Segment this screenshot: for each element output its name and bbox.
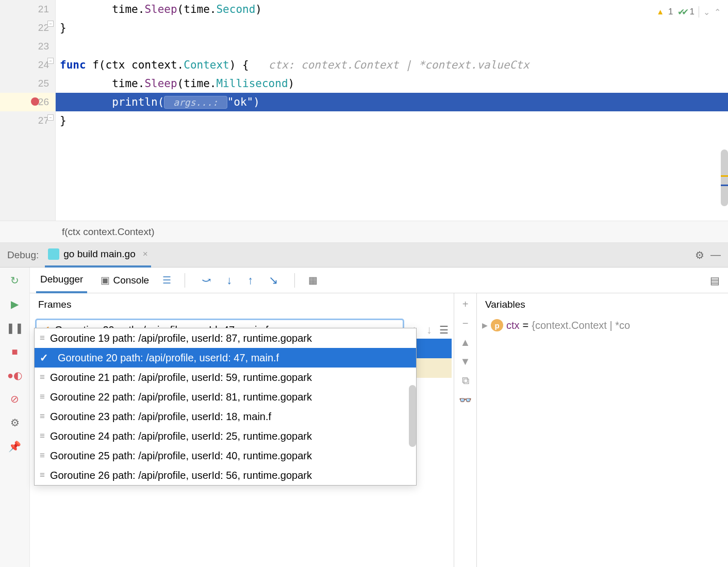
ok-icon[interactable] bbox=[677, 7, 686, 18]
variable-name: ctx bbox=[506, 320, 520, 331]
glasses-icon[interactable]: 👓 bbox=[459, 394, 472, 406]
line-number[interactable]: 21 bbox=[0, 0, 55, 19]
run-to-cursor-icon[interactable]: ↘ bbox=[266, 274, 281, 287]
code-line[interactable] bbox=[56, 37, 728, 56]
pin-icon[interactable]: 📌 bbox=[7, 439, 23, 454]
debug-left-toolbar: ↻ ▶ ❚❚ ■ ●◐ ⊘ ⚙ 📌 bbox=[0, 268, 30, 567]
remove-watch-icon[interactable]: − bbox=[462, 318, 469, 329]
warning-icon[interactable] bbox=[656, 7, 664, 17]
step-out-icon[interactable]: ↑ bbox=[244, 274, 256, 287]
goroutine-label: Goroutine 22 path: /api/profile, userId:… bbox=[50, 391, 312, 403]
line-number[interactable]: 22 bbox=[0, 19, 55, 37]
variables-toolbar: + − ▲ ▼ ⧉ 👓 bbox=[454, 293, 477, 567]
fold-marker-icon[interactable]: − bbox=[47, 114, 54, 121]
close-icon[interactable]: × bbox=[143, 249, 148, 259]
resume-icon[interactable]: ▶ bbox=[7, 296, 23, 312]
line-number[interactable]: 25 bbox=[0, 74, 55, 93]
goroutine-option[interactable]: ≡Goroutine 21 path: /api/profile, userId… bbox=[35, 368, 416, 387]
gutter[interactable]: 21 22 23 24 25 26 27 − − − bbox=[0, 0, 56, 221]
debug-toolwindow-header: Debug: go build main.go × ⚙ — bbox=[0, 243, 728, 268]
variables-panel: Variables ▶ p ctx = {context.Context | *… bbox=[477, 293, 728, 567]
tab-console[interactable]: ▣ Console bbox=[96, 268, 153, 293]
goroutine-label: Goroutine 25 path: /api/profile, userId:… bbox=[50, 450, 312, 462]
code-line[interactable]: time.Sleep(time.Millisecond) bbox=[56, 74, 728, 93]
editor-scrollbar[interactable] bbox=[721, 149, 728, 206]
stop-icon[interactable]: ■ bbox=[7, 344, 23, 359]
gopher-icon bbox=[48, 248, 59, 260]
param-badge-icon: p bbox=[491, 319, 503, 331]
goroutine-dropdown[interactable]: ≡Goroutine 19 path: /api/profile, userId… bbox=[34, 328, 417, 486]
goroutine-option[interactable]: ≡Goroutine 19 path: /api/profile, userId… bbox=[35, 328, 416, 348]
goroutine-option[interactable]: ≡Goroutine 22 path: /api/profile, userId… bbox=[35, 387, 416, 407]
expand-icon[interactable]: ▶ bbox=[482, 321, 488, 329]
pause-icon[interactable]: ❚❚ bbox=[7, 320, 23, 336]
variable-value: {context.Context | *co bbox=[532, 320, 630, 331]
nav-down-icon[interactable]: ⌄ bbox=[703, 7, 710, 17]
stack-icon: ≡ bbox=[40, 431, 45, 441]
line-number[interactable]: 27 bbox=[0, 111, 55, 130]
debug-tabs: Debugger ▣ Console ☰ ⤻ ↓ ↑ ↘ ▦ ▤ bbox=[30, 268, 728, 293]
goroutine-label: Goroutine 19 path: /api/profile, userId:… bbox=[50, 332, 312, 344]
tab-console-label: Console bbox=[113, 275, 149, 286]
step-into-icon[interactable]: ↓ bbox=[223, 274, 235, 287]
line-number[interactable]: 24 bbox=[0, 56, 55, 74]
breakpoint-icon[interactable] bbox=[31, 97, 39, 106]
code-line[interactable]: println( args...: "ok") bbox=[56, 93, 728, 111]
gear-icon[interactable]: ⚙ bbox=[695, 249, 704, 261]
breadcrumb[interactable]: f(ctx context.Context) bbox=[0, 221, 728, 243]
debug-title: Debug: bbox=[7, 249, 39, 261]
threads-icon[interactable]: ☰ bbox=[162, 274, 171, 286]
evaluate-icon[interactable]: ▦ bbox=[308, 274, 318, 286]
goroutine-label: Goroutine 21 path: /api/profile, userId:… bbox=[50, 372, 312, 383]
goroutine-option[interactable]: ≡Goroutine 25 path: /api/profile, userId… bbox=[35, 446, 416, 465]
frame-down-icon[interactable]: ↓ bbox=[424, 323, 434, 337]
ok-count: 1 bbox=[690, 7, 694, 17]
stack-icon: ≡ bbox=[40, 372, 45, 382]
filter-icon[interactable]: ☰ bbox=[439, 324, 449, 336]
watch-up-icon[interactable]: ▲ bbox=[460, 337, 471, 348]
fold-marker-icon[interactable]: − bbox=[47, 58, 54, 64]
rerun-icon[interactable]: ↻ bbox=[7, 273, 23, 288]
check-icon: ✓ bbox=[40, 352, 48, 364]
tab-debugger-label: Debugger bbox=[40, 274, 83, 285]
fold-marker-icon[interactable]: − bbox=[47, 21, 54, 27]
debug-config-tab[interactable]: go build main.go × bbox=[45, 243, 151, 268]
frames-header: Frames bbox=[30, 293, 454, 316]
variable-row[interactable]: ▶ p ctx = {context.Context | *co bbox=[477, 316, 728, 335]
code-line[interactable]: func f(ctx context.Context) { ctx: conte… bbox=[56, 56, 728, 74]
variable-eq: = bbox=[523, 320, 529, 331]
goroutine-option[interactable]: ≡Goroutine 26 path: /api/profile, userId… bbox=[35, 465, 416, 485]
minimap-warning-mark[interactable] bbox=[721, 175, 728, 177]
layout-icon[interactable]: ▤ bbox=[710, 274, 720, 287]
minimap-execution-mark[interactable] bbox=[721, 185, 728, 186]
minimize-icon[interactable]: — bbox=[710, 249, 721, 261]
settings-icon[interactable]: ⚙ bbox=[7, 415, 23, 430]
variables-header: Variables bbox=[477, 293, 728, 316]
goroutine-option[interactable]: ≡Goroutine 23 path: /api/profile, userId… bbox=[35, 407, 416, 426]
code-line[interactable]: } bbox=[56, 111, 728, 130]
separator bbox=[294, 273, 295, 288]
nav-up-icon[interactable]: ⌃ bbox=[714, 7, 721, 17]
code-content[interactable]: time.Sleep(time.Second)}func f(ctx conte… bbox=[56, 0, 728, 221]
add-watch-icon[interactable]: + bbox=[462, 298, 469, 310]
tab-debugger[interactable]: Debugger bbox=[36, 268, 87, 293]
dropdown-scrollbar[interactable] bbox=[409, 385, 416, 447]
goroutine-option[interactable]: ✓Goroutine 20 path: /api/profile, userId… bbox=[35, 348, 416, 368]
step-over-icon[interactable]: ⤻ bbox=[198, 274, 214, 287]
copy-icon[interactable]: ⧉ bbox=[462, 375, 469, 387]
view-breakpoints-icon[interactable]: ●◐ bbox=[7, 368, 23, 383]
inspection-indicators[interactable]: 1 1 ⌄ ⌃ bbox=[656, 6, 721, 18]
watch-down-icon[interactable]: ▼ bbox=[460, 356, 471, 368]
separator bbox=[699, 6, 699, 18]
code-editor[interactable]: 21 22 23 24 25 26 27 − − − time.Sleep(ti… bbox=[0, 0, 728, 221]
line-number[interactable]: 26 bbox=[0, 93, 55, 111]
code-line[interactable]: time.Sleep(time.Second) bbox=[56, 0, 728, 19]
mute-breakpoints-icon[interactable]: ⊘ bbox=[7, 391, 23, 407]
separator bbox=[185, 273, 185, 288]
goroutine-label: Goroutine 26 path: /api/profile, userId:… bbox=[50, 470, 312, 481]
goroutine-option[interactable]: ≡Goroutine 24 path: /api/profile, userId… bbox=[35, 426, 416, 446]
goroutine-label: Goroutine 24 path: /api/profile, userId:… bbox=[50, 430, 312, 442]
code-line[interactable]: } bbox=[56, 19, 728, 37]
warning-count: 1 bbox=[668, 7, 673, 17]
line-number[interactable]: 23 bbox=[0, 37, 55, 56]
